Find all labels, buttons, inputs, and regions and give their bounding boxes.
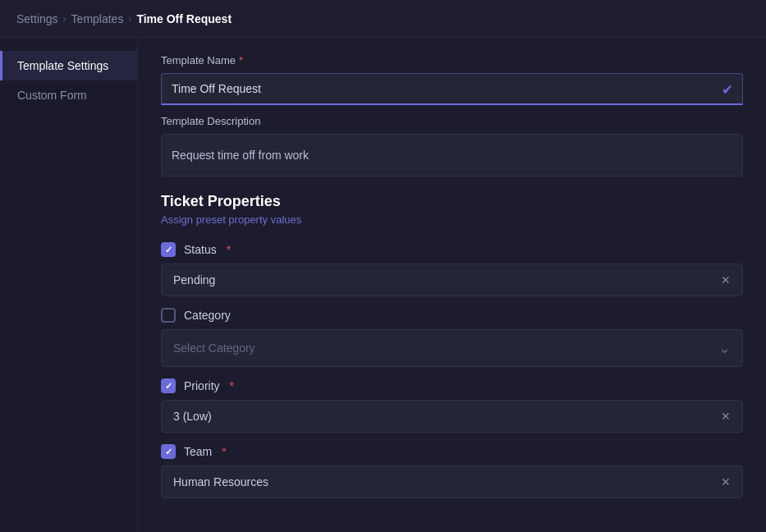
template-name-label: Template Name *	[161, 54, 743, 66]
breadcrumb-templates[interactable]: Templates	[71, 12, 124, 25]
property-row-status: Status * Pending ✕	[161, 242, 743, 296]
status-value: Pending	[173, 273, 215, 287]
template-name-input[interactable]	[161, 73, 743, 105]
breadcrumb-settings[interactable]: Settings	[16, 12, 58, 25]
status-clear-icon[interactable]: ✕	[721, 273, 731, 287]
template-description-field[interactable]: Request time off from work	[161, 134, 743, 177]
template-name-section: Template Name * ✔	[161, 54, 743, 105]
status-dropdown[interactable]: Pending ✕	[161, 264, 743, 296]
property-row-team: Team * Human Resources ✕	[161, 444, 743, 498]
category-dropdown[interactable]: Select Category ⌄	[161, 329, 743, 367]
team-dropdown[interactable]: Human Resources ✕	[161, 466, 743, 498]
content-area: Template Name * ✔ Template Description R…	[138, 38, 766, 532]
priority-checkbox[interactable]	[161, 378, 176, 393]
status-label: Status	[184, 243, 217, 256]
sidebar: Template Settings Custom Form	[0, 38, 138, 532]
status-required: *	[227, 243, 231, 256]
category-value: Select Category	[173, 342, 255, 355]
ticket-properties-title: Ticket Properties	[161, 193, 743, 210]
team-required: *	[222, 445, 226, 458]
sidebar-item-custom-form[interactable]: Custom Form	[0, 80, 137, 110]
team-value: Human Resources	[173, 475, 268, 488]
team-checkbox[interactable]	[161, 444, 176, 459]
category-chevron-icon: ⌄	[718, 339, 731, 357]
template-description-section: Template Description Request time off fr…	[161, 115, 743, 177]
breadcrumb-sep-2: ›	[128, 13, 131, 25]
property-header-status: Status *	[161, 242, 743, 257]
priority-required: *	[230, 379, 234, 392]
ticket-properties-section: Ticket Properties Assign preset property…	[161, 193, 743, 498]
property-row-priority: Priority * 3 (Low) ✕	[161, 378, 743, 433]
property-header-priority: Priority *	[161, 378, 743, 393]
breadcrumb-bar: Settings › Templates › Time Off Request	[0, 0, 766, 38]
category-label: Category	[184, 309, 231, 322]
property-row-category: Category Select Category ⌄	[161, 308, 743, 367]
property-header-category: Category	[161, 308, 743, 323]
template-description-label: Template Description	[161, 115, 743, 127]
team-clear-icon[interactable]: ✕	[721, 475, 731, 488]
priority-value: 3 (Low)	[173, 410, 212, 423]
breadcrumb-current: Time Off Request	[136, 12, 232, 25]
ticket-properties-subtitle: Assign preset property values	[161, 213, 743, 226]
template-name-input-wrapper: ✔	[161, 73, 743, 105]
team-label: Team	[184, 445, 212, 458]
template-name-check-icon: ✔	[722, 80, 733, 98]
category-checkbox[interactable]	[161, 308, 176, 323]
breadcrumb-sep-1: ›	[63, 13, 67, 25]
priority-dropdown[interactable]: 3 (Low) ✕	[161, 400, 743, 433]
template-name-required: *	[239, 54, 243, 66]
property-header-team: Team *	[161, 444, 743, 459]
priority-label: Priority	[184, 379, 220, 392]
main-layout: Template Settings Custom Form Template N…	[0, 38, 766, 532]
sidebar-item-template-settings[interactable]: Template Settings	[0, 51, 137, 80]
status-checkbox[interactable]	[161, 242, 176, 257]
priority-clear-icon[interactable]: ✕	[721, 410, 731, 423]
